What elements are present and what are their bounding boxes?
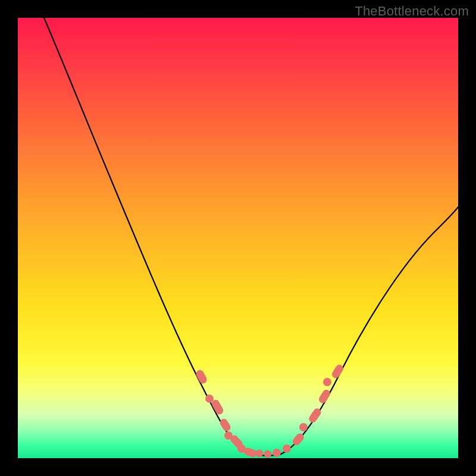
curve-left-branch xyxy=(44,18,241,450)
highlight-right-cluster xyxy=(283,364,345,453)
highlight-left-cluster xyxy=(195,369,281,458)
curve-right-branch xyxy=(280,207,458,455)
watermark-text: TheBottleneck.com xyxy=(355,4,469,19)
svg-point-11 xyxy=(283,444,291,453)
svg-rect-17 xyxy=(331,364,345,380)
svg-point-10 xyxy=(273,449,281,457)
svg-point-9 xyxy=(264,450,272,458)
plot-area xyxy=(18,18,458,458)
svg-rect-3 xyxy=(218,417,232,433)
svg-point-16 xyxy=(323,378,331,386)
bottleneck-curve-chart xyxy=(18,18,458,458)
svg-point-1 xyxy=(205,394,214,403)
svg-point-8 xyxy=(256,450,264,458)
svg-point-13 xyxy=(299,423,308,431)
svg-rect-15 xyxy=(318,389,332,405)
